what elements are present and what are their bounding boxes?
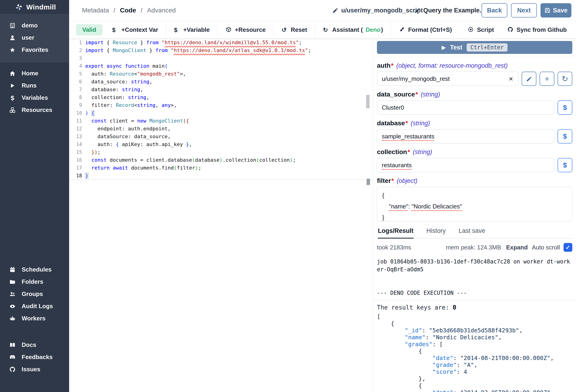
- sidebar-item-resources[interactable]: Resources: [0, 104, 69, 116]
- code-line[interactable]: 7 database: string,: [69, 86, 373, 93]
- sidebar-item-runs[interactable]: Runs: [0, 80, 69, 92]
- script-path-text: u/user/my_mongodb_script: [341, 7, 423, 14]
- sidebar-item-issues[interactable]: Issues: [0, 363, 69, 375]
- collection-input[interactable]: restaurants: [377, 158, 554, 172]
- code-line[interactable]: 8 collection: string,: [69, 93, 373, 101]
- code-line[interactable]: 11 const client = new MongoClient({: [69, 117, 373, 125]
- toolbar-item-script[interactable]: Script: [468, 26, 494, 33]
- windmill-logo-icon: [15, 3, 23, 11]
- code-line[interactable]: 2import { MongoClient } from "https://de…: [69, 47, 373, 54]
- user-icon: [9, 34, 16, 41]
- code-line[interactable]: 4export async function main(: [69, 62, 373, 70]
- main-area: Metadata / Code / Advanced u/user/my_mon…: [69, 0, 576, 392]
- line-number: 2: [69, 47, 85, 54]
- database-var-button[interactable]: $: [558, 129, 572, 143]
- edit-resource-button[interactable]: [522, 72, 536, 86]
- editor-scrollbar-thumb[interactable]: [366, 95, 370, 108]
- filter-json-editor[interactable]: { "name": "Nordic Delicacies"}: [377, 187, 572, 221]
- code-line[interactable]: 5 auth: Resource<"mongodb_rest">,: [69, 70, 373, 78]
- code-line[interactable]: 12 endpoint: auth.endpoint,: [69, 125, 373, 133]
- sidebar-item-folders[interactable]: Folders: [0, 276, 69, 288]
- required-mark: *: [415, 91, 418, 98]
- test-shortcut-kbd: Ctrl+Enter: [466, 43, 508, 52]
- sidebar-item-label: Variables: [22, 94, 48, 101]
- back-button[interactable]: Back: [482, 3, 507, 18]
- code-line[interactable]: 1import { Resource } from "https://deno.…: [69, 39, 373, 47]
- toolbar-item-context-var[interactable]: $+Context Var: [104, 21, 166, 38]
- toolbar-item-reset[interactable]: ↺Reset: [273, 21, 315, 38]
- code-line[interactable]: 10) {: [69, 109, 373, 117]
- sidebar-item-label: Workers: [22, 315, 46, 322]
- line-number: 8: [69, 93, 85, 101]
- autoscroll-label[interactable]: Auto scroll: [532, 244, 560, 251]
- mem-peak-stat: mem peak: 124.3MB: [446, 244, 501, 251]
- result-tabs: Logs/Result History Last save: [377, 227, 572, 238]
- app-root: Windmill demouserFavorites HomeRuns$Vari…: [0, 0, 576, 392]
- data-source-input[interactable]: Cluster0: [377, 100, 554, 115]
- script-summary[interactable]: Query the Example...: [414, 7, 485, 14]
- toolbar-item-assistant-deno[interactable]: ↻Assistant (Deno): [315, 21, 391, 38]
- line-number: 6: [69, 78, 85, 86]
- result-divider: [373, 300, 576, 300]
- tab-logs-result[interactable]: Logs/Result: [378, 227, 414, 239]
- clear-icon[interactable]: ×: [509, 75, 513, 83]
- brand-title: Windmill: [26, 3, 56, 11]
- next-button[interactable]: Next: [511, 3, 537, 18]
- expand-button[interactable]: Expand: [506, 244, 528, 251]
- code-line[interactable]: 3: [69, 54, 373, 62]
- field-database: database * (string) sample_restaurants $: [377, 119, 572, 143]
- line-number: 16: [69, 156, 85, 164]
- breadcrumb-code[interactable]: Code: [120, 7, 136, 14]
- robot-icon: [9, 315, 16, 322]
- toolbar-item-resource[interactable]: +Resource: [218, 21, 273, 38]
- code-line[interactable]: 9 filter: Record<string, any>,: [69, 101, 373, 109]
- sidebar-item-demo[interactable]: demo: [0, 19, 69, 31]
- code-line[interactable]: 15 });: [69, 148, 373, 156]
- script-summary-text: Query the Example...: [423, 7, 485, 14]
- script-path[interactable]: u/user/my_mongodb_script: [332, 7, 423, 14]
- sidebar-item-schedules[interactable]: Schedules: [0, 263, 69, 276]
- sidebar-item-groups[interactable]: Groups: [0, 288, 69, 300]
- tab-last-save[interactable]: Last save: [459, 227, 486, 238]
- collection-var-button[interactable]: $: [558, 158, 572, 172]
- line-number: 13: [69, 133, 85, 140]
- sidebar-item-user[interactable]: user: [0, 31, 69, 44]
- sidebar-item-home[interactable]: Home: [0, 67, 69, 80]
- tab-history[interactable]: History: [427, 227, 446, 238]
- code-line[interactable]: 16 const documents = client.database(dat…: [69, 156, 373, 164]
- code-line[interactable]: 14 auth: { apiKey: auth.api_key },: [69, 140, 373, 148]
- toolbar-item-format-ctrl-s[interactable]: Format (Ctrl+S): [391, 21, 460, 38]
- autoscroll-checkbox[interactable]: ✓: [564, 243, 572, 252]
- field-auth-label: auth: [377, 62, 391, 69]
- code-line[interactable]: 18}: [69, 172, 373, 180]
- code-editor[interactable]: 1import { Resource } from "https://deno.…: [69, 39, 373, 392]
- sidebar-item-workers[interactable]: Workers: [0, 312, 69, 325]
- data-source-var-button[interactable]: $: [558, 100, 572, 115]
- topbar: Metadata / Code / Advanced u/user/my_mon…: [69, 0, 576, 21]
- breadcrumb-metadata[interactable]: Metadata: [82, 7, 109, 14]
- sidebar-item-label: user: [22, 34, 34, 41]
- sidebar-item-feedbacks[interactable]: Feedbacks: [0, 351, 69, 363]
- auth-resource-input[interactable]: u/user/my_mongodb_rest ×: [377, 72, 518, 86]
- save-button[interactable]: Save: [541, 3, 571, 18]
- brand[interactable]: Windmill: [0, 0, 69, 14]
- code-line[interactable]: 6 data_source: string,: [69, 78, 373, 86]
- sidebar-item-variables[interactable]: $Variables: [0, 92, 69, 104]
- database-input[interactable]: sample_restaurants: [377, 129, 554, 143]
- refresh-resource-button[interactable]: ↻: [558, 72, 572, 86]
- test-button[interactable]: ▶ Test Ctrl+Enter: [377, 41, 572, 54]
- result-json-line: "date": "2014-03-05T00:00:00.000Z",: [377, 389, 572, 392]
- toolbar-item-variable[interactable]: $+Variable: [166, 21, 218, 38]
- run-stats: took 2183ms mem peak: 124.3MB Expand Aut…: [377, 243, 572, 252]
- breadcrumb-advanced[interactable]: Advanced: [147, 7, 176, 14]
- sidebar-item-docs[interactable]: Docs: [0, 339, 69, 351]
- add-resource-button[interactable]: +: [540, 72, 554, 86]
- code-line[interactable]: 17 return await documents.find(filter);: [69, 164, 373, 172]
- code-line[interactable]: 13 dataSource: data_source,: [69, 133, 373, 140]
- toolbar-item-sync-from-github[interactable]: Sync from Github: [507, 26, 567, 33]
- sidebar-item-audit-logs[interactable]: Audit Logs: [0, 300, 69, 312]
- field-filter: filter * (object) { "name": "Nordic Deli…: [377, 177, 572, 221]
- editor-scrollbar-corner[interactable]: [367, 179, 370, 185]
- boxes-icon: [9, 107, 16, 113]
- sidebar-item-favorites[interactable]: Favorites: [0, 44, 69, 56]
